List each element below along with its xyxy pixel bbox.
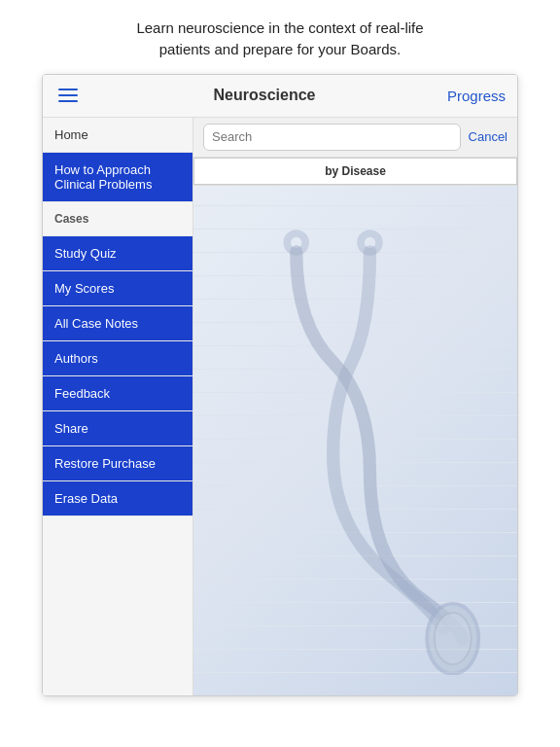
svg-point-3	[435, 613, 472, 664]
nav-title: Neuroscience	[214, 87, 316, 104]
stethoscope-icon	[223, 215, 517, 675]
app-frame: Neuroscience Progress Home How to Approa…	[42, 74, 518, 696]
sidebar-item-how-to-approach[interactable]: How to Approach Clinical Problems	[43, 153, 192, 202]
main-content: Home How to Approach Clinical Problems C…	[43, 118, 517, 695]
sidebar-item-cases[interactable]: Cases	[43, 202, 192, 236]
sidebar-item-all-case-notes[interactable]: All Case Notes	[43, 306, 192, 341]
right-panel: Cancel by Disease	[193, 118, 517, 695]
search-area: Cancel	[193, 118, 517, 158]
tagline-line2: patients and prepare for your Boards.	[159, 41, 401, 57]
cancel-button[interactable]: Cancel	[469, 129, 508, 144]
search-input[interactable]	[203, 124, 461, 151]
progress-button[interactable]: Progress	[447, 88, 506, 104]
sidebar-item-study-quiz[interactable]: Study Quiz	[43, 236, 192, 271]
segment-by-disease[interactable]: by Disease	[193, 158, 517, 185]
sidebar-item-my-scores[interactable]: My Scores	[43, 271, 192, 306]
hamburger-button[interactable]	[54, 85, 82, 106]
content-area	[193, 186, 517, 695]
tagline: Learn neuroscience in the context of rea…	[0, 0, 560, 74]
sidebar-item-restore-purchase[interactable]: Restore Purchase	[43, 446, 192, 481]
sidebar-item-authors[interactable]: Authors	[43, 341, 192, 376]
tagline-line1: Learn neuroscience in the context of rea…	[136, 19, 423, 36]
sidebar-item-share[interactable]: Share	[43, 411, 192, 446]
sidebar-item-erase-data[interactable]: Erase Data	[43, 481, 192, 516]
sidebar: Home How to Approach Clinical Problems C…	[43, 118, 193, 695]
sidebar-item-home[interactable]: Home	[43, 118, 192, 153]
nav-bar: Neuroscience Progress	[43, 75, 517, 118]
segment-bar: by Disease	[193, 158, 517, 186]
sidebar-item-feedback[interactable]: Feedback	[43, 376, 192, 411]
